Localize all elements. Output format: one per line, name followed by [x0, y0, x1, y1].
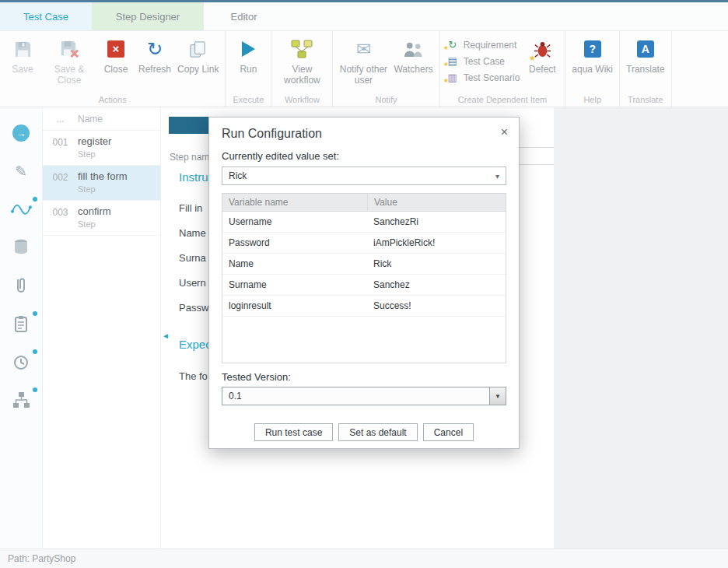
item-label: Test Case — [464, 56, 505, 67]
refresh-button[interactable]: ↻ Refresh — [138, 37, 171, 75]
defect-button[interactable]: ★ Defect — [526, 37, 558, 75]
paperclip-icon — [12, 276, 30, 295]
dialog-close-icon[interactable]: × — [501, 125, 508, 139]
close-button[interactable]: × Close — [100, 37, 132, 75]
notify-other-user-button[interactable]: ✉ Notify other user — [339, 37, 387, 86]
run-configuration-dialog: Run Configuration × Currently edited val… — [208, 117, 520, 449]
hierarchy-icon — [12, 391, 30, 409]
workflow-icon — [290, 37, 313, 61]
variable-name-cell: loginresult — [222, 300, 367, 311]
bug-icon: ★ — [533, 37, 552, 61]
cancel-button[interactable]: Cancel — [423, 423, 474, 441]
expected-heading: Expec — [179, 338, 212, 351]
run-button[interactable]: Run — [232, 37, 264, 75]
tab-editor[interactable]: Editor — [204, 2, 284, 30]
dialog-title: Run Configuration — [209, 117, 519, 149]
step-type: Step — [78, 184, 128, 194]
tested-version-combo[interactable]: 0.1 ▼ — [222, 387, 506, 405]
create-test-scenario-item[interactable]: ▥★ Test Scenario — [446, 72, 520, 84]
question-icon: ? — [584, 37, 601, 61]
set-as-default-button[interactable]: Set as default — [338, 423, 417, 441]
dialog-button-row: Run test case Set as default Cancel — [222, 423, 506, 441]
sidebar-item-edit[interactable]: ✎ — [9, 161, 33, 181]
button-label: Save — [12, 65, 33, 75]
step-name-label: Step nam — [170, 152, 209, 163]
button-label: Copy Link — [177, 65, 219, 75]
table-row[interactable]: Password iAmPickleRick! — [222, 233, 506, 254]
sidebar-item-attachments[interactable] — [9, 275, 33, 296]
button-label: Defect — [529, 65, 556, 75]
variable-value-cell[interactable]: Success! — [367, 300, 506, 311]
step-row[interactable]: 001 register Step — [43, 131, 160, 166]
sidebar-item-data[interactable] — [9, 237, 33, 258]
step-row-selected[interactable]: 002 fill the form Step — [43, 166, 160, 201]
step-number: 003 — [43, 205, 78, 235]
notification-dot — [33, 311, 37, 316]
value-set-dropdown[interactable]: Rick ▾ — [222, 167, 506, 185]
table-row[interactable]: loginresult Success! — [222, 296, 506, 317]
copy-link-icon — [188, 37, 208, 61]
notification-dot — [33, 349, 37, 354]
column-header-variable: Variable name — [222, 194, 367, 211]
tab-test-case[interactable]: Test Case — [0, 2, 92, 30]
table-row[interactable]: Username SanchezRi — [222, 212, 506, 233]
translate-button[interactable]: A Translate — [626, 37, 665, 75]
variable-value-cell[interactable]: SanchezRi — [367, 216, 506, 227]
tested-version-label: Tested Version: — [222, 371, 506, 383]
ribbon-group-execute: Run Execute — [226, 31, 271, 107]
step-type: Step — [78, 149, 111, 159]
sidebar-item-steps[interactable] — [9, 199, 33, 219]
copy-link-button[interactable]: Copy Link — [177, 37, 219, 75]
chevron-down-icon: ▾ — [495, 172, 499, 181]
app-window: Test Case Step Designer Editor Save Save… — [0, 0, 728, 568]
steps-list-header: ... Name — [43, 107, 160, 131]
sidebar-item-overview[interactable]: → — [9, 123, 33, 143]
save-and-close-button[interactable]: Save & Close — [45, 37, 93, 86]
ribbon-group-notify: ✉ Notify other user Watchers Notify — [333, 31, 439, 107]
instruction-line: Usern — [179, 277, 206, 289]
create-dependent-list: ↻★ Requirement ▤★ Test Case ▥★ Test Scen… — [446, 37, 520, 84]
variable-value-cell[interactable]: Rick — [367, 258, 506, 269]
variable-value-cell[interactable]: iAmPickleRick! — [367, 237, 506, 248]
collapse-arrow-icon[interactable]: ◄ — [162, 331, 170, 340]
save-button[interactable]: Save — [6, 37, 39, 75]
step-title: register — [78, 135, 111, 147]
notification-dot — [33, 197, 37, 202]
chevron-down-icon: ▼ — [495, 393, 501, 400]
tab-label: Editor — [231, 11, 257, 23]
column-header-value: Value — [367, 194, 506, 211]
steps-icon — [9, 201, 33, 218]
sidebar-item-history[interactable] — [9, 352, 33, 372]
tab-step-designer[interactable]: Step Designer — [92, 2, 204, 30]
sidebar-item-checklist[interactable] — [9, 314, 33, 334]
variable-value-cell[interactable]: Sanchez — [367, 279, 506, 290]
group-label-help: Help — [565, 95, 619, 104]
variables-table-header: Variable name Value — [222, 194, 506, 212]
combo-dropdown-button[interactable]: ▼ — [489, 387, 506, 405]
aqua-wiki-button[interactable]: ? aqua Wiki — [572, 37, 613, 75]
create-test-case-item[interactable]: ▤★ Test Case — [446, 55, 520, 68]
item-label: Requirement — [464, 40, 517, 51]
button-label: Notify other user — [339, 65, 387, 86]
group-label-notify: Notify — [333, 95, 439, 104]
watchers-button[interactable]: Watchers — [394, 37, 432, 75]
path-text: Path: PartyShop — [8, 553, 75, 564]
history-icon — [12, 352, 30, 371]
view-workflow-button[interactable]: View workflow — [278, 37, 326, 86]
step-row[interactable]: 003 confirm Step — [43, 201, 160, 236]
tested-version-value: 0.1 — [222, 387, 489, 405]
table-row[interactable]: Name Rick — [222, 254, 506, 275]
instruction-line: Fill in — [179, 202, 202, 214]
column-header-name: Name — [78, 114, 103, 124]
step-type: Step — [78, 219, 111, 229]
run-test-case-button[interactable]: Run test case — [254, 423, 333, 441]
value-set-selected: Rick — [229, 170, 247, 181]
group-label-actions: Actions — [0, 95, 225, 104]
play-icon — [242, 37, 255, 61]
table-row[interactable]: Surname Sanchez — [222, 275, 506, 296]
button-label: Refresh — [138, 65, 171, 75]
sidebar-item-dependencies[interactable] — [9, 390, 33, 410]
step-title: confirm — [78, 205, 111, 217]
create-requirement-item[interactable]: ↻★ Requirement — [446, 39, 520, 51]
status-bar: Path: PartyShop — [0, 549, 728, 568]
